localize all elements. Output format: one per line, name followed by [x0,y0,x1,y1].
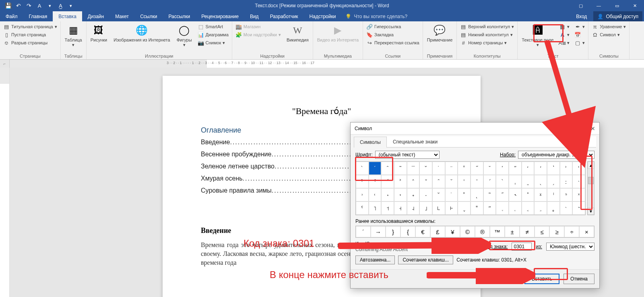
tab-layout[interactable]: Макет [109,11,134,21]
symbol-cell[interactable]: ˖ [407,188,420,201]
symbol-cell[interactable]: ˎ [534,175,547,188]
undo-icon[interactable]: ↶ [14,2,23,10]
tab-home[interactable]: Главная [23,11,53,21]
dropcap-button[interactable]: A≣▾ [558,39,570,46]
recent-symbol-cell[interactable]: € [415,226,430,237]
recent-symbol-cell[interactable]: ≠ [520,226,535,237]
smartart-button[interactable]: ⬚SmartArt [197,23,229,30]
store-button[interactable]: 🏬Магазин [235,23,282,30]
symbol-cell[interactable]: ˒ [356,188,369,201]
wikipedia-button[interactable]: WВикипедия [285,23,310,43]
scroll-up-icon[interactable]: ▲ [588,162,594,169]
symbol-cell[interactable]: ʿ [572,162,585,175]
symbol-cell[interactable]: ˇ [445,175,458,188]
minimize-icon[interactable]: — [590,0,608,11]
tab-developer[interactable]: Разработчик [264,11,304,21]
recent-symbol-cell[interactable]: ≤ [535,226,549,237]
tell-me-search[interactable]: 💡 Что вы хотите сделать? [341,11,411,21]
tab-design[interactable]: Дизайн [82,11,109,21]
symbol-cell[interactable]: ˏ [547,175,560,188]
symbol-cell[interactable]: ˫ [445,201,458,215]
symbol-cell[interactable]: ˨ [407,201,420,215]
symbol-cell[interactable]: ˢ [560,188,573,201]
header-button[interactable]: ▤Верхний колонтитул ▾ [459,23,515,30]
shapes-button[interactable]: ◯Фигуры▾ [175,23,194,48]
symbol-cell[interactable]: ˩ [419,201,432,215]
cancel-button[interactable]: Отмена [564,274,594,284]
close-icon[interactable]: ✕ [626,0,644,11]
recent-symbol-cell[interactable]: × [579,226,594,237]
recent-symbol-cell[interactable]: ® [475,226,490,237]
symbol-cell[interactable]: ʻ [522,162,535,175]
close-icon[interactable]: ✕ [590,125,595,132]
from-select[interactable]: Юникод (шестн.) [546,243,594,251]
maximize-icon[interactable]: ▭ [608,0,626,11]
chart-button[interactable]: 📊Диаграмма [197,31,229,38]
equation-button[interactable]: πУравнение ▾ [591,23,627,30]
share-button[interactable]: 👤 Общий доступ [593,11,642,21]
save-icon[interactable]: 💾 [3,2,13,10]
screenshot-button[interactable]: 📷Снимок ▾ [197,39,229,46]
symbol-cell[interactable]: ˊ [483,175,496,188]
symbol-cell[interactable]: ˯ [496,201,509,215]
scroll-thumb[interactable] [588,177,594,184]
symbol-cell[interactable]: ˅ [419,175,432,188]
symbol-cell[interactable]: ʺ [509,162,522,175]
recent-symbols[interactable]: ´→}{€£¥©®™±≠≤≥÷× [355,226,594,238]
symbol-cell[interactable]: ¯ [407,162,420,175]
quickparts-button[interactable]: ▦▾ [558,23,570,30]
symbol-cell[interactable]: ˜ [394,162,407,175]
symbol-cell[interactable]: ˣ [572,188,585,201]
font-select[interactable]: (обычный текст) [375,151,440,159]
redo-icon[interactable]: ↷ [24,2,34,10]
symbol-button[interactable]: ΩСимвол ▾ [591,31,627,38]
symbol-cell[interactable]: ː [560,175,573,188]
symbol-cell[interactable]: ˝ [471,162,483,175]
vertical-ruler[interactable] [0,68,10,297]
symbol-cell[interactable]: ˜ [483,188,496,201]
recent-symbol-cell[interactable]: { [400,226,415,237]
crossref-button[interactable]: ↪Перекрестная ссылка [365,39,420,46]
pagenumber-button[interactable]: #Номер страницы ▾ [459,39,515,46]
symbol-cell[interactable]: ʹ [496,162,509,175]
symbol-cell[interactable]: ˥ [369,201,382,215]
symbol-cell[interactable]: ˮ [483,201,496,215]
signature-button[interactable]: ✒▾ [574,23,586,30]
symbol-cell[interactable]: ˑ [572,175,585,188]
symbol-cell[interactable]: ˝ [496,188,509,201]
hyperlink-button[interactable]: 🔗Гиперссылка [365,23,420,30]
blank-page-button[interactable]: ▯Пустая страница [2,31,58,38]
font-icon[interactable]: A̲ [56,2,65,10]
symbol-cell[interactable]: ˵ [572,201,585,215]
symbol-cell[interactable]: ˦ [381,201,394,215]
tab-special-chars[interactable]: Специальные знаки [387,136,444,147]
my-addins-button[interactable]: 🧩Мои надстройки ▾ [235,31,282,38]
recent-symbol-cell[interactable]: } [386,226,400,237]
recent-symbol-cell[interactable]: → [371,226,386,237]
symbol-cell[interactable]: ˈ [458,175,471,188]
symbol-cell[interactable]: ˔ [381,188,394,201]
symbol-cell[interactable]: ˡ [547,188,560,201]
symbol-cell[interactable]: ˙ [432,162,445,175]
autocorrect-button[interactable]: Автозамена... [355,255,395,264]
tab-mailings[interactable]: Рассылки [163,11,196,21]
symbol-cell[interactable]: ˓ [369,188,382,201]
subset-select[interactable]: объединенные диакр. знаки [518,151,594,159]
symbol-cell[interactable]: ˋ [496,175,509,188]
datetime-button[interactable]: 📅 [574,31,586,38]
symbol-cell[interactable]: ˘ [432,188,445,201]
tab-review[interactable]: Рецензирование [196,11,244,21]
symbol-cell[interactable]: ˪ [432,201,445,215]
recent-symbol-cell[interactable]: ± [505,226,520,237]
symbol-cell[interactable]: ¨ [445,162,458,175]
symbol-cell[interactable]: ˕ [394,188,407,201]
dialog-title-bar[interactable]: Символ ? ✕ [351,123,599,135]
online-pictures-button[interactable]: 🌐Изображения из Интернета [112,23,171,43]
more-icon[interactable]: ▾ [45,2,55,10]
recent-symbol-cell[interactable]: © [460,226,475,237]
recent-symbol-cell[interactable]: ≥ [549,226,564,237]
symbol-cell[interactable]: ˌ [509,175,522,188]
symbol-cell[interactable]: ˭ [471,201,483,215]
symbol-cell[interactable]: ˍ [522,175,535,188]
table-button[interactable]: ▦ Таблица▾ [63,23,84,48]
